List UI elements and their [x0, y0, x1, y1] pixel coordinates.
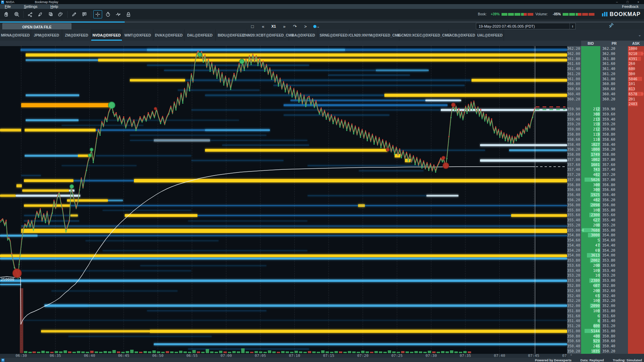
tab-srne-dxfeed[interactable]: SRNE@DXFEED [318, 29, 350, 41]
minimize-button[interactable]: – [616, 0, 618, 4]
ladder-row [628, 334, 644, 339]
tab-jpm-dxfeed[interactable]: JPM@DXFEED [31, 29, 62, 41]
datetime-spinner[interactable]: ▲▼ [570, 23, 575, 29]
ladder-row: 350.80 [600, 334, 628, 339]
maximize-button[interactable]: □ [627, 0, 628, 4]
ladder-row: 929 [581, 338, 600, 344]
zoom-icon[interactable] [12, 10, 21, 18]
lock-icon[interactable] [124, 10, 133, 18]
bid-depth-column[interactable]: 2123002131592121191101027100017491002160… [581, 46, 600, 354]
ladder-row [628, 349, 644, 354]
ladder-row [628, 147, 644, 152]
chat-icon[interactable] [80, 10, 89, 18]
hand-icon[interactable] [2, 10, 11, 18]
ladder-row [628, 278, 644, 283]
pr-column-header: PR [600, 41, 628, 46]
speed-button[interactable]: X1 [271, 23, 276, 29]
ladder-row: 361.80 [567, 56, 581, 61]
menu-settings[interactable]: Settings [24, 4, 38, 9]
crosshair-icon[interactable] [93, 10, 102, 18]
ladder-row: 358.00 [600, 152, 628, 157]
tab-dal-dxfeed[interactable]: DAL@DXFEED [184, 29, 216, 41]
datetime-input[interactable]: 19-May-2020 07:45:05.005 (PDT) ▲▼ [476, 23, 576, 29]
play-to-button[interactable]: → [313, 23, 320, 29]
ladder-row [628, 132, 644, 137]
collapse-chevron-icon[interactable]: ⌃ [570, 354, 573, 358]
ladder-row [581, 92, 600, 97]
ladder-row: 361.00 [567, 76, 581, 82]
timer-icon[interactable] [104, 10, 112, 18]
tab-ba-dxfeed[interactable]: BA@DXFEED [289, 29, 318, 41]
ladder-row: 358.80 [567, 132, 581, 137]
ladder-row: 350.80 [567, 334, 581, 339]
replay-progress-bar[interactable] [0, 22, 644, 23]
tab--znm20-xcbt-dxfeed-cme[interactable]: /ZNM20:XCBT@DXFEED_CME [247, 29, 289, 41]
close-button[interactable]: × [638, 0, 639, 4]
menu-file[interactable]: File [5, 4, 11, 9]
ladder-row: 358.20 [567, 147, 581, 152]
ladder-row: 351.60 [567, 314, 581, 319]
ladder-row [628, 243, 644, 248]
heatmap-canvas [0, 46, 567, 354]
ladder-row: 354.60 [567, 238, 581, 243]
ladder-row [628, 112, 644, 117]
ladder-row: 3000 [581, 233, 600, 238]
ladder-row: 359.00 [567, 127, 581, 132]
ladder-row: 1749 [581, 152, 600, 157]
ladder-row [628, 192, 644, 197]
tab-mrna-dxfeed[interactable]: MRNA@DXFEED [0, 29, 31, 41]
ladder-row [628, 177, 644, 182]
ladder-row: 359.20 [600, 122, 628, 127]
share-icon[interactable] [26, 10, 35, 18]
ladder-row [581, 56, 600, 61]
link-icon[interactable] [56, 10, 65, 18]
ladder-row: 350.40 [600, 344, 628, 349]
ladder-scroll-strip: ⌃ [567, 354, 644, 358]
heatmap-chart[interactable]: 250000 [0, 46, 567, 354]
ladder-row: 351.20 [567, 323, 581, 329]
pin-cursor-icon[interactable] [608, 23, 615, 29]
pulse-icon[interactable] [114, 10, 123, 18]
tab-acb-dxfeed[interactable]: ACB@DXFEED [449, 29, 476, 41]
fast-forward-button[interactable]: » [282, 23, 287, 29]
tab-zm-dxfeed[interactable]: ZM@DXFEED [62, 29, 91, 41]
stop-button[interactable]: □ [250, 23, 255, 29]
quill-icon[interactable] [36, 10, 45, 18]
tab--gcm20-xcec-dxfeed-cme[interactable]: /GCM20:XCEC@DXFEED_CME [399, 29, 449, 41]
ladder-row: 7688 [581, 228, 600, 233]
ladder-row [581, 46, 600, 51]
ladder-row: 300 [581, 182, 600, 187]
tab-ual-dxfeed[interactable]: UAL@DXFEED [476, 29, 504, 41]
menu-feedback[interactable]: Feedback [622, 4, 644, 9]
jump-button[interactable]: ↷ [292, 23, 298, 29]
toolbar-divider [23, 11, 24, 18]
ladder-row: 101 [628, 81, 644, 86]
ladder-row [628, 142, 644, 147]
ladder-row: 352.20 [600, 298, 628, 303]
ladder-row: 362.20 [600, 46, 628, 51]
layers-icon[interactable] [46, 10, 55, 18]
tab-dvax-dxfeed[interactable]: DVAX@DXFEED [153, 29, 184, 41]
ladder-row: 360.40 [600, 92, 628, 97]
ladder-row: 353.80 [567, 258, 581, 263]
ladder-row: 1002 [581, 157, 600, 162]
status-info-icon[interactable]: T [1, 359, 4, 362]
menu-help[interactable]: Help [51, 4, 58, 9]
data-mode-label: Data: Replayed [580, 358, 604, 362]
tab-wmt-dxfeed[interactable]: WMT@DXFEED [122, 29, 153, 41]
toolbar-divider [91, 11, 91, 18]
play-button[interactable]: > [303, 23, 308, 29]
ladder-row: 361.20 [600, 71, 628, 76]
tab--cln20-xnym-dxfeed-cme[interactable]: /CLN20:XNYM@DXFEED_CME [350, 29, 399, 41]
tab-nvda-dxfeed[interactable]: NVDA@DXFEED [91, 29, 122, 41]
pencil-icon[interactable] [70, 10, 79, 18]
tabs-overflow-chevron-icon[interactable]: ⌄ [638, 29, 644, 41]
rewind-button[interactable]: « [260, 23, 266, 29]
app-icon [1, 1, 4, 4]
ladder-row: 357.20 [567, 172, 581, 177]
ladder-row [628, 298, 644, 303]
ask-depth-column[interactable]: 1000921043912606003005046101813657820124… [628, 46, 644, 354]
ladder-row: 352.60 [600, 288, 628, 293]
ladder-row: 350.40 [567, 344, 581, 349]
ladder-row: 354.00 [600, 253, 628, 258]
